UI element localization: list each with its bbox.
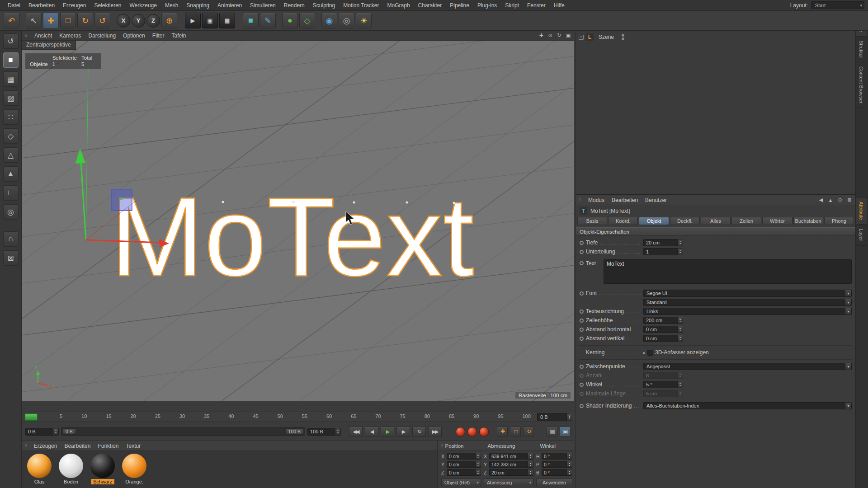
angle-b-field[interactable]: 0 °▴▾ [542, 469, 572, 476]
menu-item[interactable]: Pipeline [446, 1, 473, 10]
simulate-button[interactable]: ◉ [321, 13, 337, 28]
panel-drag-handle[interactable]: ⠿ [24, 33, 28, 39]
axis-gizmo[interactable]: Y X [22, 41, 574, 401]
chevron-down-icon[interactable]: ▾ [845, 363, 851, 370]
textausrichtung-select[interactable]: Links ▾ [643, 308, 852, 315]
tab-phong[interactable]: Phong [824, 217, 854, 225]
attribute-menu-item[interactable]: Modus [585, 196, 608, 204]
undo-button[interactable]: ↶ [4, 13, 19, 28]
lock-y-axis-button[interactable]: Y [132, 14, 145, 28]
attribute-menu-item[interactable]: Bearbeiten [608, 196, 642, 204]
tab-deckfl[interactable]: Deckfl. [670, 217, 700, 225]
anim-toggle-icon[interactable] [580, 337, 584, 341]
tab-woerter[interactable]: Wörter [762, 217, 792, 225]
menu-item[interactable]: Motion Tracker [339, 1, 383, 10]
anim-toggle-icon[interactable] [580, 291, 584, 296]
lock-workplane-icon[interactable]: ⊠ [3, 250, 19, 266]
viewport-menu-item[interactable]: Tafeln [168, 32, 189, 40]
lock-icon[interactable]: ⊠ [845, 197, 854, 204]
viewport-menu-item[interactable]: Optionen [119, 32, 149, 40]
expand-icon[interactable]: + [579, 35, 584, 40]
camera-label[interactable]: Zentralperspektive [22, 41, 76, 50]
record-parameter-toggle[interactable]: ▦ [547, 427, 557, 436]
scale-tool[interactable]: □ [60, 13, 76, 28]
layout-select[interactable]: Start ▾ [811, 1, 864, 9]
lock-x-axis-button[interactable]: X [117, 14, 130, 28]
material-menu-item[interactable]: Bearbeiten [61, 442, 94, 450]
position-x-field[interactable]: 0 cm▴▾ [447, 453, 481, 460]
material-schwarz[interactable]: Schwarz [89, 454, 117, 486]
record-keyframe-button[interactable] [456, 427, 465, 436]
zoom-view-icon[interactable]: ⊙ [546, 32, 554, 39]
toggle-view-icon[interactable]: ▣ [564, 32, 572, 39]
spline-pen-button[interactable]: ✎ [260, 13, 276, 28]
make-editable-icon[interactable]: ↺ [3, 33, 19, 49]
dock-tab-content-browser[interactable]: Content Browser [856, 62, 867, 108]
font-select[interactable]: Segoe UI ▾ [643, 290, 852, 297]
live-selection-tool[interactable]: ↖ [26, 13, 42, 28]
panel-drag-handle[interactable]: ⠿ [579, 197, 583, 203]
section-objekt-eigenschaften[interactable]: Objekt-Eigenschaften [576, 227, 855, 236]
unterteilung-input[interactable]: 1 ▴▾ [643, 248, 683, 255]
workplane-mode-icon[interactable]: ▨ [3, 90, 19, 106]
anim-toggle-icon[interactable] [580, 328, 584, 332]
slider-start-chip[interactable]: 0 B [62, 428, 76, 435]
tweak-mode-icon[interactable]: ▲ [3, 166, 19, 182]
material-name[interactable]: Boden [61, 479, 80, 484]
coordinate-system-button[interactable]: ⊕ [161, 13, 177, 28]
power-slider[interactable]: 0 B 100 B [61, 427, 305, 436]
coords-mode-select[interactable]: Objekt (Rel)▾ [441, 479, 481, 486]
play-button[interactable]: ▶ [381, 427, 394, 437]
menu-item[interactable]: Snapping [182, 1, 213, 10]
spinner-arrows-icon[interactable]: ▴▾ [566, 413, 572, 421]
spinner-arrows-icon[interactable]: ▴▾ [677, 326, 683, 333]
object-row-szene[interactable]: + L Szene [576, 32, 855, 42]
render-settings-button[interactable]: ▦ [219, 13, 235, 28]
menu-item[interactable]: Datei [4, 1, 24, 10]
viewport-menu-item[interactable]: Ansicht [31, 32, 56, 40]
previous-key-button[interactable]: ◀ [365, 427, 378, 437]
loop-button[interactable]: ↻ [412, 427, 426, 437]
object-name[interactable]: Szene [596, 33, 617, 41]
next-key-button[interactable]: ▶ [396, 427, 410, 437]
solo-mode-icon[interactable]: ◎ [3, 204, 19, 220]
material-preview-sphere[interactable] [59, 454, 83, 478]
position-y-field[interactable]: 0 cm▴▾ [447, 461, 481, 468]
menu-item[interactable]: Selektieren [90, 1, 125, 10]
chevron-down-icon[interactable]: ▾ [845, 299, 851, 305]
tab-zeilen[interactable]: Zeilen [731, 217, 761, 225]
menu-item[interactable]: Charakter [414, 1, 446, 10]
menu-item[interactable]: Bearbeiten [24, 1, 59, 10]
material-glas[interactable]: Glas [25, 454, 53, 486]
apply-button[interactable]: Anwenden [536, 479, 572, 486]
history-back-icon[interactable]: ◀ [817, 197, 825, 204]
material-boden[interactable]: Boden [57, 454, 85, 486]
range-start-field[interactable]: 0 B ▴▾ [25, 428, 59, 436]
parent-up-icon[interactable]: ▲ [826, 197, 835, 204]
menu-item[interactable]: Sculpting [309, 1, 339, 10]
tab-buchstaben[interactable]: Buchstaben [793, 217, 823, 225]
menu-item[interactable]: Animieren [213, 1, 246, 10]
record-pla-toggle[interactable]: ▣ [560, 427, 571, 436]
coords-size-mode-select[interactable]: Abmessung▾ [484, 479, 533, 486]
tab-basis[interactable]: Basis [577, 217, 607, 225]
menu-item[interactable]: Simulieren [246, 1, 280, 10]
anim-toggle-icon[interactable] [580, 241, 584, 245]
material-preview-sphere[interactable] [122, 454, 146, 478]
anim-toggle-icon[interactable] [580, 310, 584, 314]
dock-tab-struktur[interactable]: Struktur [856, 37, 867, 63]
spinner-arrows-icon[interactable]: ▴▾ [335, 428, 340, 435]
anim-toggle-icon[interactable] [580, 250, 584, 254]
lock-z-axis-button[interactable]: Z [146, 14, 160, 28]
material-preview-sphere[interactable] [27, 454, 52, 478]
menu-item[interactable]: MoGraph [383, 1, 414, 10]
record-position-toggle[interactable]: ✚ [497, 427, 508, 436]
move-tool[interactable]: ✚ [43, 13, 59, 28]
timeline-ruler[interactable]: 5101520253035404550556065707580859095100… [22, 412, 574, 422]
winkel-input[interactable]: 5 ° ▴▾ [643, 381, 683, 388]
material-name[interactable]: Glas [32, 479, 47, 484]
model-mode-icon[interactable]: ■ [3, 52, 19, 68]
menu-item[interactable]: Erzeugen [59, 1, 90, 10]
anim-toggle-icon[interactable] [580, 383, 584, 387]
edges-mode-icon[interactable]: ◇ [3, 128, 19, 144]
